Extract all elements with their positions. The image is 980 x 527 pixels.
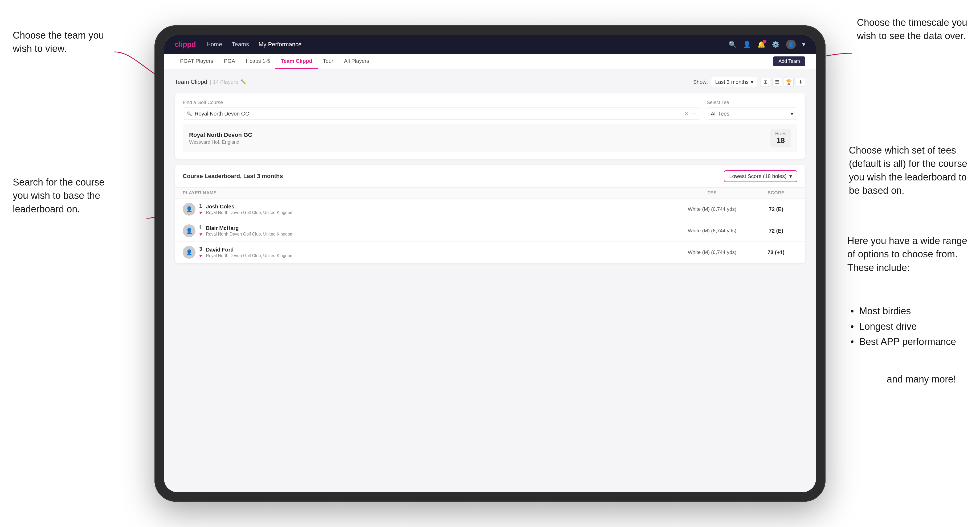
subnav-pgat-players[interactable]: PGAT Players [175,54,219,69]
chevron-down-icon: ▾ [751,79,753,85]
heart-icon-2[interactable]: ♥ [199,232,202,237]
table-header-row: PLAYER NAME TEE SCORE [175,187,805,198]
table-row: 👤 1 ♥ Josh Coles Royal North Devon Golf … [175,198,805,220]
player-count: | 14 Players [210,79,238,85]
player-club-1: Royal North Devon Golf Club, United King… [206,210,293,215]
score-cell-3: 73 (+1) [755,249,797,256]
team-header: Team Clippd | 14 Players ✏️ Show: Last 3… [175,77,805,87]
chevron-down-icon: ▾ [791,110,793,117]
main-content: Team Clippd | 14 Players ✏️ Show: Last 3… [164,69,816,271]
find-course-label: Find a Golf Course [183,100,700,105]
star-icon[interactable]: ☆ [692,110,696,117]
select-tee-label: Select Tee [707,100,797,105]
player-cell-2: 👤 1 ♥ Blair McHarg Royal North Devon Gol… [183,224,670,237]
player-avatar-1: 👤 [183,203,196,216]
annotation-top-right: Choose the timescale youwish to see the … [857,16,967,43]
player-cell-3: 👤 3 ♥ David Ford Royal North Devon Golf … [183,246,670,259]
settings-icon[interactable]: ⚙️ [772,41,780,48]
profile-icon[interactable]: 👤 [743,41,751,48]
chevron-down-icon[interactable]: ▾ [802,41,805,48]
course-result: Royal North Devon GC Westward Ho!, Engla… [183,124,797,152]
subnav-all-players[interactable]: All Players [339,54,374,69]
leaderboard-section: Course Leaderboard, Last 3 months Lowest… [175,165,805,263]
annotation-right-middle: Choose which set of tees(default is all)… [849,144,967,197]
holes-value: 18 [775,136,786,145]
show-value: Last 3 months [715,79,749,85]
score-type-value: Lowest Score (18 holes) [729,173,787,179]
add-team-button[interactable]: Add Team [773,56,805,66]
view-icons: ⊞ ☰ 🏆 ⬇ [760,77,805,87]
player-club-2: Royal North Devon Golf Club, United King… [206,232,293,237]
holes-badge: Holes 18 [770,129,791,148]
user-avatar[interactable]: 👤 [786,40,796,49]
subnav: PGAT Players PGA Hcaps 1-5 Team Clippd T… [164,54,816,69]
download-button[interactable]: ⬇ [796,77,805,87]
leaderboard-title: Course Leaderboard, Last 3 months [183,173,283,179]
rank-heart-1: 1 ♥ [199,203,202,216]
nav-home[interactable]: Home [206,41,222,48]
table-row: 👤 3 ♥ David Ford Royal North Devon Golf … [175,242,805,263]
subnav-tour[interactable]: Tour [318,54,339,69]
leaderboard-table: PLAYER NAME TEE SCORE 👤 1 ♥ [175,187,805,263]
rank-heart-2: 1 ♥ [199,224,202,237]
tee-value: All Tees [711,111,729,117]
notification-icon[interactable]: 🔔 [757,41,765,48]
show-dropdown[interactable]: Last 3 months ▾ [711,77,757,87]
rank-heart-3: 3 ♥ [199,246,202,259]
tee-cell-3: White (M) (6,744 yds) [670,249,755,255]
course-info: Royal North Devon GC Westward Ho!, Engla… [189,132,252,145]
tee-cell-1: White (M) (6,744 yds) [670,206,755,212]
team-title: Team Clippd | 14 Players ✏️ [175,78,247,86]
player-avatar-2: 👤 [183,224,196,237]
player-name-2: Blair McHarg [206,225,293,231]
list-view-button[interactable]: ☰ [772,77,782,87]
player-avatar-3: 👤 [183,246,196,259]
score-cell-2: 72 (E) [755,228,797,234]
heart-icon-1[interactable]: ♥ [199,210,202,216]
subnav-pga[interactable]: PGA [219,54,240,69]
rank-3: 3 [199,246,202,252]
tee-select-dropdown[interactable]: All Tees ▾ [707,108,797,120]
score-type-dropdown[interactable]: Lowest Score (18 holes) ▾ [724,170,797,182]
course-search-input[interactable] [195,111,682,117]
navbar: clippd Home Teams My Performance 🔍 👤 🔔 ⚙… [164,35,816,54]
player-club-3: Royal North Devon Golf Club, United King… [206,253,293,258]
show-label: Show: [693,79,708,85]
table-row: 👤 1 ♥ Blair McHarg Royal North Devon Gol… [175,220,805,242]
grid-view-button[interactable]: ⊞ [760,77,770,87]
nav-my-performance[interactable]: My Performance [259,41,301,48]
tee-group: Select Tee All Tees ▾ [707,100,797,120]
annotation-middle-left: Search for the courseyou wish to base th… [13,176,104,216]
annotation-and-more: and many more! [887,373,956,386]
edit-icon[interactable]: ✏️ [241,79,247,85]
search-icon: 🔍 [187,111,192,116]
player-name-1: Josh Coles [206,204,293,210]
navbar-icons: 🔍 👤 🔔 ⚙️ 👤 ▾ [729,40,805,49]
main-nav: Home Teams My Performance [206,41,718,48]
tablet-frame: clippd Home Teams My Performance 🔍 👤 🔔 ⚙… [154,25,826,502]
course-location: Westward Ho!, England [189,140,252,145]
col-tee: TEE [670,190,755,195]
search-section: Find a Golf Course 🔍 ✕ ☆ Select Tee All … [175,94,805,159]
score-cell-1: 72 (E) [755,206,797,213]
search-icon[interactable]: 🔍 [729,41,737,48]
search-row: Find a Golf Course 🔍 ✕ ☆ Select Tee All … [183,100,797,120]
nav-teams[interactable]: Teams [232,41,249,48]
annotation-top-left: Choose the team youwish to view. [13,29,104,56]
col-score: SCORE [755,190,797,195]
notification-badge [763,40,767,43]
player-details-2: Blair McHarg Royal North Devon Golf Club… [206,225,293,237]
heart-icon-3[interactable]: ♥ [199,253,202,259]
search-input-wrap: 🔍 ✕ ☆ [183,108,700,120]
annotation-bottom-right: Here you have a wide rangeof options to … [847,234,967,275]
rank-2: 1 [199,224,202,230]
subnav-hcaps[interactable]: Hcaps 1-5 [240,54,275,69]
tablet-screen: clippd Home Teams My Performance 🔍 👤 🔔 ⚙… [164,35,816,492]
trophy-view-button[interactable]: 🏆 [784,77,794,87]
player-cell-1: 👤 1 ♥ Josh Coles Royal North Devon Golf … [183,203,670,216]
subnav-team-clippd[interactable]: Team Clippd [275,54,318,69]
rank-1: 1 [199,203,202,209]
brand-logo: clippd [175,40,196,49]
clear-icon[interactable]: ✕ [684,110,689,117]
player-name-3: David Ford [206,247,293,253]
